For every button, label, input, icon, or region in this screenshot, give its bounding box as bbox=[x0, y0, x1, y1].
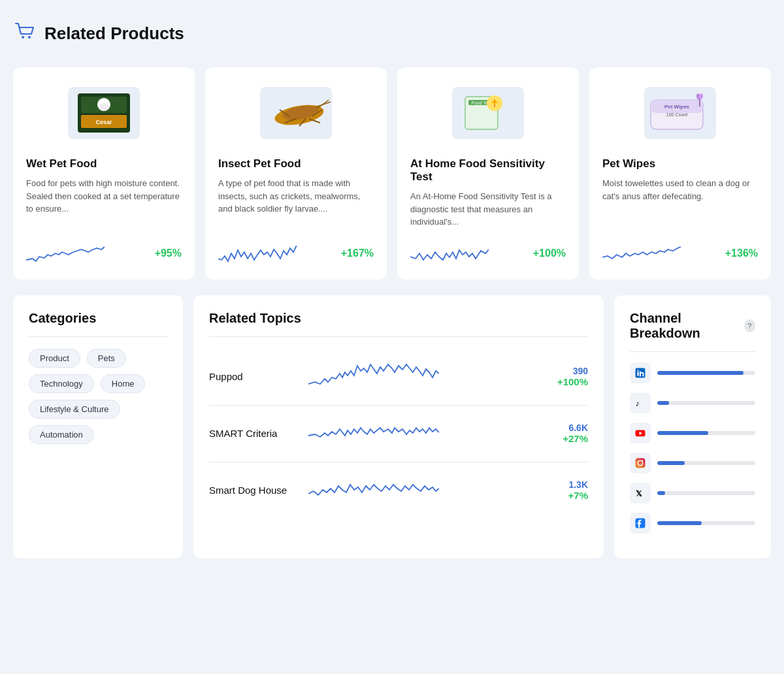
topics-card: Related Topics Puppod 390 +100% SMART Cr… bbox=[193, 295, 604, 558]
topic-pct-dog-house: +7% bbox=[542, 490, 588, 501]
product-desc-wet-pet-food: Food for pets with high moisture content… bbox=[26, 177, 182, 229]
channel-bar-youtube bbox=[657, 431, 755, 435]
sparkline-wet bbox=[26, 240, 105, 266]
youtube-icon bbox=[630, 423, 651, 443]
channel-bar-tiktok bbox=[657, 401, 755, 405]
channel-bar-fill-linkedin bbox=[657, 371, 743, 375]
topic-stats-dog-house: 1.3K +7% bbox=[542, 479, 588, 501]
channel-row-linkedin bbox=[630, 362, 755, 383]
channel-row-x: 𝕏 bbox=[630, 483, 755, 504]
svg-point-0 bbox=[22, 36, 24, 39]
product-desc-at-home: An At-Home Food Sensitivity Test is a di… bbox=[410, 190, 566, 229]
channel-bar-x bbox=[657, 491, 755, 495]
help-icon[interactable]: ? bbox=[744, 319, 755, 332]
product-image-at-home: Food Test bbox=[410, 80, 566, 146]
category-tags: Product Pets Technology Home Lifestyle &… bbox=[29, 349, 167, 444]
trend-insect: +167% bbox=[341, 248, 374, 259]
categories-card: Categories Product Pets Technology Home … bbox=[13, 295, 183, 558]
channel-row-facebook bbox=[630, 513, 755, 534]
tag-technology[interactable]: Technology bbox=[29, 374, 94, 393]
sparkline-insect bbox=[218, 240, 297, 266]
channel-header: Channel Breakdown ? bbox=[630, 311, 755, 341]
page-header: Related Products bbox=[13, 13, 771, 54]
linkedin-icon bbox=[630, 362, 651, 383]
tag-lifestyle[interactable]: Lifestyle & Culture bbox=[29, 400, 120, 419]
tiktok-icon: ♪ bbox=[630, 393, 651, 413]
product-card-wet-pet-food: Cesar Wet Pet Food Food for pets with hi… bbox=[13, 67, 195, 280]
topic-name-dog-house: Smart Dog House bbox=[209, 485, 301, 496]
product-name-pet-wipes: Pet Wipes bbox=[602, 157, 758, 170]
tag-pets[interactable]: Pets bbox=[87, 349, 126, 368]
svg-point-1 bbox=[28, 36, 31, 39]
svg-text:Cesar: Cesar bbox=[95, 119, 112, 125]
product-footer-wet: +95% bbox=[26, 240, 182, 266]
svg-point-5 bbox=[99, 103, 109, 111]
page-title: Related Products bbox=[44, 24, 184, 44]
bottom-section: Categories Product Pets Technology Home … bbox=[13, 295, 771, 558]
topics-divider bbox=[209, 336, 588, 337]
channel-bar-fill-x bbox=[657, 491, 665, 495]
cart-icon bbox=[13, 20, 37, 48]
product-card-at-home-food: Food Test At Home Food Sensitivity Test … bbox=[397, 67, 579, 280]
channel-row-youtube bbox=[630, 423, 755, 443]
topic-stats-puppod: 390 +100% bbox=[542, 366, 588, 387]
instagram-icon bbox=[630, 453, 651, 473]
channel-bar-fill-instagram bbox=[657, 461, 685, 465]
svg-point-31 bbox=[638, 370, 639, 371]
topic-sparkline-dog-house bbox=[308, 473, 534, 508]
product-name-insect: Insect Pet Food bbox=[218, 157, 374, 170]
tag-home[interactable]: Home bbox=[101, 374, 146, 393]
topic-pct-puppod: +100% bbox=[542, 376, 588, 387]
product-image-pet-wipes: Pet Wipes 100 Count bbox=[602, 80, 758, 146]
product-thumb-wipes: Pet Wipes 100 Count bbox=[644, 87, 716, 139]
product-image-insect bbox=[218, 80, 374, 146]
product-desc-insect: A type of pet food that is made with ins… bbox=[218, 177, 374, 229]
topic-pct-smart: +27% bbox=[542, 433, 588, 444]
svg-text:100 Count: 100 Count bbox=[666, 112, 687, 117]
svg-text:♪: ♪ bbox=[636, 398, 640, 408]
product-desc-pet-wipes: Moist towelettes used to clean a dog or … bbox=[602, 177, 758, 229]
channel-row-instagram bbox=[630, 453, 755, 473]
sparkline-wipes bbox=[602, 240, 681, 266]
channel-bar-fill-youtube bbox=[657, 431, 708, 435]
facebook-icon bbox=[630, 513, 651, 534]
topic-sparkline-smart bbox=[308, 416, 534, 451]
topic-row-smart: SMART Criteria 6.6K +27% bbox=[209, 406, 588, 462]
product-thumb-wet: Cesar bbox=[68, 87, 140, 139]
topic-name-puppod: Puppod bbox=[209, 371, 301, 382]
channel-bar-instagram bbox=[657, 461, 755, 465]
product-thumb-insect bbox=[260, 87, 332, 139]
products-row: Cesar Wet Pet Food Food for pets with hi… bbox=[13, 67, 771, 280]
trend-wipes: +136% bbox=[725, 248, 758, 259]
topic-name-smart: SMART Criteria bbox=[209, 428, 301, 439]
svg-line-16 bbox=[316, 102, 331, 107]
sparkline-at-home bbox=[410, 240, 489, 266]
tag-product[interactable]: Product bbox=[29, 349, 80, 368]
product-image-wet-pet-food: Cesar bbox=[26, 80, 182, 146]
tag-automation[interactable]: Automation bbox=[29, 425, 94, 444]
product-footer-insect: +167% bbox=[218, 240, 374, 266]
svg-text:Pet Wipes: Pet Wipes bbox=[664, 104, 690, 110]
topics-title: Related Topics bbox=[209, 311, 588, 326]
trend-at-home: +100% bbox=[533, 248, 566, 259]
svg-text:𝕏: 𝕏 bbox=[636, 489, 642, 498]
svg-rect-35 bbox=[636, 458, 645, 468]
channel-bar-linkedin bbox=[657, 371, 755, 375]
product-name-wet-pet-food: Wet Pet Food bbox=[26, 157, 182, 170]
categories-divider bbox=[29, 336, 167, 337]
topic-abs-puppod: 390 bbox=[542, 366, 588, 376]
topic-stats-smart: 6.6K +27% bbox=[542, 423, 588, 444]
product-thumb-at-home: Food Test bbox=[452, 87, 524, 139]
channel-row-tiktok: ♪ bbox=[630, 393, 755, 413]
product-card-pet-wipes: Pet Wipes 100 Count Pet Wipes Moist towe… bbox=[589, 67, 771, 280]
svg-point-37 bbox=[642, 460, 644, 461]
topic-sparkline-puppod bbox=[308, 359, 534, 394]
topic-row-puppod: Puppod 390 +100% bbox=[209, 349, 588, 406]
svg-rect-30 bbox=[638, 372, 639, 376]
channel-card: Channel Breakdown ? ♪ bbox=[614, 295, 771, 558]
channel-divider bbox=[630, 351, 755, 352]
product-card-insect-pet-food: Insect Pet Food A type of pet food that … bbox=[205, 67, 387, 280]
categories-title: Categories bbox=[29, 311, 167, 326]
product-footer-at-home: +100% bbox=[410, 240, 566, 266]
channel-bar-fill-tiktok bbox=[657, 401, 669, 405]
